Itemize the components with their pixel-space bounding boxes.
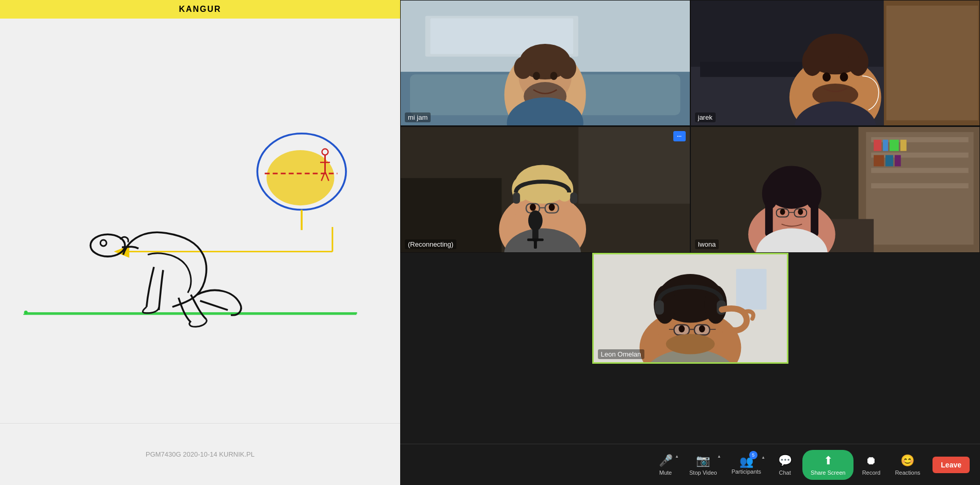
svg-point-5: [90, 234, 125, 256]
svg-rect-67: [534, 241, 537, 249]
svg-point-44: [823, 72, 831, 82]
mute-chevron[interactable]: ▲: [675, 454, 679, 459]
svg-rect-74: [871, 183, 968, 188]
participants-chevron[interactable]: ▲: [761, 455, 765, 460]
more-options-reconnecting[interactable]: ···: [673, 131, 686, 141]
stop-video-icon: 📷: [696, 454, 710, 467]
drawing-title-bar: KANGUR: [0, 0, 400, 19]
svg-point-45: [840, 72, 848, 82]
svg-rect-59: [513, 192, 520, 204]
video-tile-mijam: mi jam: [400, 0, 690, 126]
svg-rect-60: [570, 192, 577, 204]
video-grid: mi jam: [400, 0, 980, 333]
label-iwona: Iwona: [695, 239, 719, 249]
chat-label: Chat: [779, 470, 791, 476]
svg-rect-75: [874, 140, 881, 151]
svg-point-113: [699, 325, 705, 332]
drawing-watermark: PGM7430G 2020-10-14 KURNIK.PL: [146, 450, 255, 458]
svg-rect-99: [736, 269, 766, 310]
svg-point-115: [666, 334, 714, 354]
svg-point-14: [322, 149, 328, 155]
svg-rect-66: [527, 238, 544, 241]
svg-point-42: [848, 47, 868, 76]
svg-point-41: [802, 47, 823, 76]
video-tile-reconnecting: ··· (Reconnecting): [400, 126, 690, 253]
svg-rect-81: [894, 155, 900, 167]
chat-icon: 💬: [778, 454, 792, 467]
chat-button[interactable]: 💬 Chat: [769, 450, 800, 480]
video-tile-iwona: Iwona: [690, 126, 981, 253]
toolbar: ▲ 🎤 Mute ▲ 📷 Stop Video ▲ 👥 5 Participan…: [400, 444, 980, 485]
reactions-icon: 😊: [900, 454, 914, 467]
svg-point-16: [24, 311, 28, 314]
drawing-svg: [0, 19, 400, 423]
svg-rect-79: [874, 155, 884, 167]
label-leon: Leon Omelan: [598, 349, 644, 359]
left-panel: KANGUR: [0, 0, 400, 485]
share-screen-label: Share Screen: [811, 470, 845, 476]
svg-rect-80: [885, 155, 893, 167]
bottom-row: ··· (Reconnecting): [400, 126, 980, 253]
stop-video-label: Stop Video: [689, 470, 717, 476]
svg-rect-90: [811, 201, 818, 237]
drawing-title: KANGUR: [179, 5, 221, 14]
leave-label: Leave: [941, 461, 961, 469]
share-screen-button[interactable]: ⬆ Share Screen: [802, 450, 853, 480]
svg-rect-89: [765, 201, 772, 237]
record-icon: ⏺: [865, 454, 877, 467]
svg-point-112: [678, 325, 685, 332]
svg-rect-35: [886, 6, 978, 120]
mute-icon: 🎤: [659, 454, 673, 467]
svg-point-27: [514, 57, 532, 79]
mute-label: Mute: [659, 470, 672, 476]
participants-label: Participants: [732, 468, 761, 475]
video-tile-jarek: jarek: [690, 0, 981, 126]
label-jarek: jarek: [695, 112, 716, 122]
svg-point-94: [780, 209, 785, 215]
participants-button[interactable]: ▲ 👥 5 Participants: [725, 451, 767, 479]
svg-point-6: [100, 240, 106, 246]
svg-point-8: [266, 150, 334, 205]
svg-point-61: [530, 204, 536, 211]
label-reconnecting: (Reconnecting): [405, 239, 456, 249]
svg-point-31: [550, 72, 558, 80]
drawing-area: KANGUR: [0, 0, 400, 423]
svg-rect-105: [655, 300, 664, 315]
stop-video-button[interactable]: ▲ 📷 Stop Video: [683, 450, 723, 480]
canvas-area: [0, 19, 400, 423]
svg-point-65: [528, 211, 543, 231]
svg-point-62: [549, 204, 555, 211]
svg-point-28: [558, 57, 576, 79]
reactions-button[interactable]: 😊 Reactions: [889, 450, 926, 480]
svg-point-95: [798, 209, 803, 215]
svg-rect-78: [900, 140, 906, 151]
mute-button[interactable]: ▲ 🎤 Mute: [650, 450, 681, 480]
participants-count: 5: [749, 451, 757, 459]
svg-rect-37: [700, 62, 802, 77]
svg-rect-76: [882, 140, 888, 151]
drawing-footer: PGM7430G 2020-10-14 KURNIK.PL: [0, 423, 400, 485]
record-label: Record: [862, 470, 880, 476]
reactions-label: Reactions: [895, 470, 920, 476]
share-screen-icon: ⬆: [824, 454, 833, 467]
stop-video-chevron[interactable]: ▲: [717, 454, 721, 459]
svg-rect-77: [889, 140, 898, 151]
leave-button[interactable]: Leave: [932, 457, 970, 473]
svg-rect-73: [871, 168, 968, 173]
video-tile-leon: Leon Omelan: [592, 253, 788, 364]
top-row: mi jam: [400, 0, 980, 126]
svg-point-30: [533, 72, 540, 80]
record-button[interactable]: ⏺ Record: [856, 450, 887, 480]
label-mijam: mi jam: [405, 112, 431, 122]
right-panel: mi jam: [400, 0, 980, 485]
